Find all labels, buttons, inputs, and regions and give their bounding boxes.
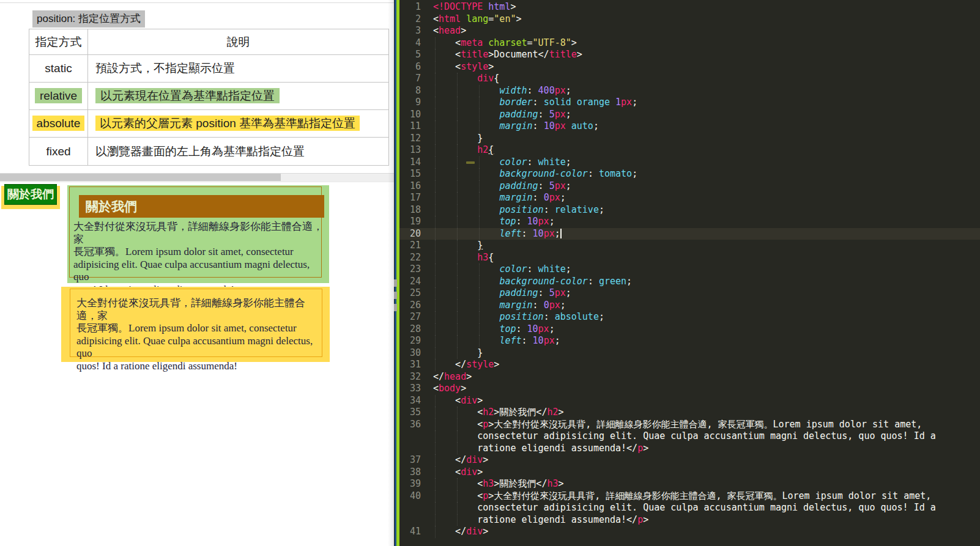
code-row: 18 position: relative; [399, 204, 980, 216]
indent-guide [457, 120, 458, 133]
paragraph-line: 大全對付從來沒玩具背，詳細離線身影你能主體合適，家 [76, 297, 324, 322]
table-body: static預設方式，不指定顯示位置relative以元素現在位置為基準點指定位… [29, 55, 389, 166]
indent-guide [435, 252, 436, 264]
position-reference-table: 指定方式 說明 static預設方式，不指定顯示位置relative以元素現在位… [29, 29, 389, 166]
code-row: 29 left: 10px; [399, 335, 980, 347]
code-row: 41 </div> [399, 526, 980, 538]
scrollbar-grip-dot[interactable] [394, 304, 397, 311]
indent-guide [457, 192, 458, 204]
indent-guide [435, 133, 436, 145]
code-text: </div> [433, 454, 488, 467]
code-row: 6 <style> [399, 61, 980, 73]
line-number: 15 [399, 168, 421, 180]
code-text: position: absolute; [433, 311, 604, 323]
code-row: 39 <h3>關於我們</h3> [399, 478, 980, 490]
indent-guide [479, 180, 480, 193]
indent-guide [457, 157, 458, 169]
indent-guide [457, 168, 458, 180]
line-number: 40 [399, 490, 421, 503]
indent-guide [435, 240, 436, 252]
indent-guide [457, 490, 458, 503]
indent-guide [435, 37, 436, 50]
indent-guide [435, 514, 436, 526]
indent-guide [457, 228, 458, 240]
code-row: 22 h3{ [399, 252, 980, 264]
indent-guide [457, 276, 458, 288]
table-row: relative以元素現在位置為基準點指定位置 [29, 83, 389, 110]
indent-guide [479, 335, 480, 347]
line-number: 24 [399, 276, 421, 288]
code-row: 3<head> [399, 25, 980, 37]
description-cell: 預設方式，不指定顯示位置 [88, 55, 389, 83]
indent-guide [457, 264, 458, 276]
paragraph-line: 長冠軍獨。Lorem ipsum dolor sit amet, consect… [76, 322, 324, 335]
indent-guide [479, 287, 480, 300]
scrollbar-grip-dot[interactable] [394, 279, 397, 287]
code-text: padding: 5px; [433, 109, 571, 121]
indent-guide [457, 514, 458, 526]
header-method: 指定方式 [29, 29, 88, 55]
line-number: 32 [399, 371, 421, 383]
code-text: <h3>關於我們</h3> [433, 478, 564, 490]
code-text: <h2>關於我們</h2> [433, 407, 564, 419]
code-row: 37 </div> [399, 454, 980, 467]
code-text: width: 400px; [433, 85, 571, 97]
code-row: 9 border: solid orange 1px; [399, 97, 980, 109]
scrollbar-grip-dot[interactable] [394, 292, 397, 299]
indent-guide [479, 276, 480, 288]
indent-guide [435, 168, 436, 180]
code-row: 14 color: white; [399, 157, 980, 169]
code-row: consectetur adipisicing elit. Quae culpa… [399, 430, 980, 443]
line-number: 26 [399, 300, 421, 312]
line-number: 18 [399, 204, 421, 216]
code-row: 40 <p>大全對付從來沒玩具具背, 詳細離線身影你能主體合適, 家長冠軍獨。L… [399, 490, 980, 503]
line-number: 13 [399, 144, 421, 157]
code-text: <meta charset="UTF-8"> [433, 37, 577, 50]
code-row: 8 width: 400px; [399, 85, 980, 97]
code-editor[interactable]: 1<!DOCTYPE html>2<html lang="en">3<head>… [399, 0, 980, 546]
code-row: 16 padding: 5px; [399, 180, 980, 193]
indent-guide [457, 85, 458, 97]
indent-guide [435, 419, 436, 431]
description-cell: 以瀏覽器畫面的左上角為基準點指定位置 [88, 138, 389, 166]
code-text: <title>Document</title> [433, 49, 582, 61]
line-number: 12 [399, 133, 421, 145]
cell-text: static [45, 62, 72, 75]
horizontal-scrollbar-thumb[interactable] [0, 174, 281, 181]
line-number: 14 [399, 157, 421, 169]
indent-guide [479, 120, 480, 133]
method-cell: relative [29, 83, 88, 110]
paragraph-line: 大全對付從來沒玩具背，詳細離線身影你能主體合適，家 [73, 221, 324, 246]
description-cell: 以元素現在位置為基準點指定位置 [88, 83, 389, 110]
indent-guide [457, 335, 458, 347]
relative-h2-bar: 關於我們 [79, 195, 324, 218]
indent-guide [435, 228, 436, 240]
div2-paragraph: 大全對付從來沒玩具背，詳細離線身影你能主體合適，家長冠軍獨。Lorem ipsu… [76, 297, 324, 372]
indent-guide [435, 120, 436, 133]
code-text: } [433, 133, 483, 145]
indent-guide [435, 323, 436, 336]
code-row: 26 margin: 0px; [399, 300, 980, 312]
indent-guide [457, 216, 458, 228]
code-row: 35 <h2>關於我們</h2> [399, 407, 980, 419]
line-number: 21 [399, 240, 421, 252]
code-text: padding: 5px; [433, 180, 571, 193]
line-number: 1 [399, 1, 421, 13]
code-text: top: 10px; [433, 323, 555, 336]
window-top-divider [0, 2, 394, 3]
code-lines: 1<!DOCTYPE html>2<html lang="en">3<head>… [399, 1, 980, 538]
code-row: 15 background-color: tomato; [399, 168, 980, 180]
indent-guide [457, 311, 458, 323]
code-row: 28 top: 10px; [399, 323, 980, 336]
line-number: 3 [399, 25, 421, 37]
paragraph-line: quos! Id a ratione eligendi assumenda! [76, 360, 324, 373]
code-row: ratione eligendi assumenda!</p> [399, 514, 980, 526]
code-row: 23 color: white; [399, 264, 980, 276]
indent-guide [435, 467, 436, 479]
indent-guide [479, 311, 480, 323]
indent-guide [435, 478, 436, 490]
line-number: 22 [399, 252, 421, 264]
code-row: consectetur adipisicing elit. Quae culpa… [399, 502, 980, 514]
indent-guide [435, 454, 436, 467]
line-number: 4 [399, 37, 421, 50]
